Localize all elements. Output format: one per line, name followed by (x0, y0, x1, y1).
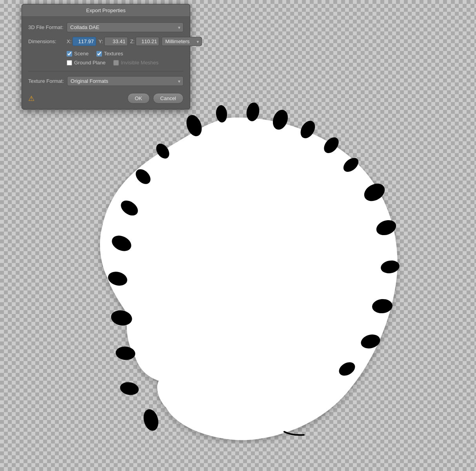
dim-x-input[interactable] (73, 37, 96, 46)
file-format-row: 3D File Format: Collada DAE OBJ STL USDZ… (28, 22, 183, 32)
file-format-select[interactable]: Collada DAE OBJ STL USDZ (67, 22, 183, 32)
divider (28, 71, 183, 71)
dim-y-input[interactable] (104, 37, 128, 46)
svg-point-21 (119, 381, 140, 396)
textures-label[interactable]: Textures (104, 51, 123, 57)
texture-format-row: Texture Format: Original Formats PNG JPE… (28, 76, 183, 86)
export-properties-dialog: Export Properties 3D File Format: Collad… (22, 4, 190, 110)
dim-y-wrapper: Y: (98, 37, 128, 46)
dimension-inputs: X: Y: Z: Millimeters Centimeters Meters (67, 37, 202, 46)
dim-x-wrapper: X: (67, 37, 96, 46)
dalmatian-blob (61, 102, 402, 444)
file-format-label: 3D File Format: (28, 24, 64, 30)
invisible-meshes-checkbox-item[interactable]: Invisible Meshes (113, 60, 158, 66)
svg-point-19 (141, 407, 160, 432)
dim-y-label: Y: (98, 38, 103, 44)
ok-button[interactable]: OK (127, 93, 150, 104)
invisible-meshes-label[interactable]: Invisible Meshes (121, 60, 158, 66)
ground-invisible-row: Ground Plane Invisible Meshes (67, 60, 183, 66)
texture-format-label: Texture Format: (28, 78, 64, 84)
textures-checkbox-item[interactable]: Textures (96, 51, 123, 57)
scene-checkbox-item[interactable]: Scene (67, 51, 89, 57)
file-format-select-wrapper: Collada DAE OBJ STL USDZ ▼ (67, 22, 183, 32)
dialog-title: Export Properties (22, 4, 190, 17)
dim-z-wrapper: Z: (130, 37, 160, 46)
ground-plane-label[interactable]: Ground Plane (74, 60, 105, 66)
ground-plane-checkbox[interactable] (67, 60, 72, 66)
cancel-button[interactable]: Cancel (153, 93, 183, 104)
ground-plane-checkbox-item[interactable]: Ground Plane (67, 60, 105, 66)
unit-select-wrapper: Millimeters Centimeters Meters Inches ▼ (162, 37, 202, 46)
unit-select[interactable]: Millimeters Centimeters Meters Inches (162, 37, 202, 46)
scene-label[interactable]: Scene (74, 51, 89, 57)
scene-checkbox[interactable] (67, 51, 72, 57)
textures-checkbox[interactable] (96, 51, 102, 57)
scene-textures-row: Scene Textures (67, 51, 183, 57)
dim-z-label: Z: (130, 38, 135, 44)
texture-format-select[interactable]: Original Formats PNG JPEG TIFF (67, 76, 183, 86)
warning-icon: ⚠ (28, 94, 35, 103)
invisible-meshes-checkbox[interactable] (113, 60, 119, 66)
dimensions-label: Dimensions: (28, 38, 64, 44)
dim-x-label: X: (67, 38, 71, 44)
dimensions-row: Dimensions: X: Y: Z: Millimeters (28, 37, 183, 46)
buttons-row: ⚠ OK Cancel (28, 91, 183, 104)
texture-format-select-wrapper: Original Formats PNG JPEG TIFF ▼ (67, 76, 183, 86)
dim-z-input[interactable] (136, 37, 159, 46)
